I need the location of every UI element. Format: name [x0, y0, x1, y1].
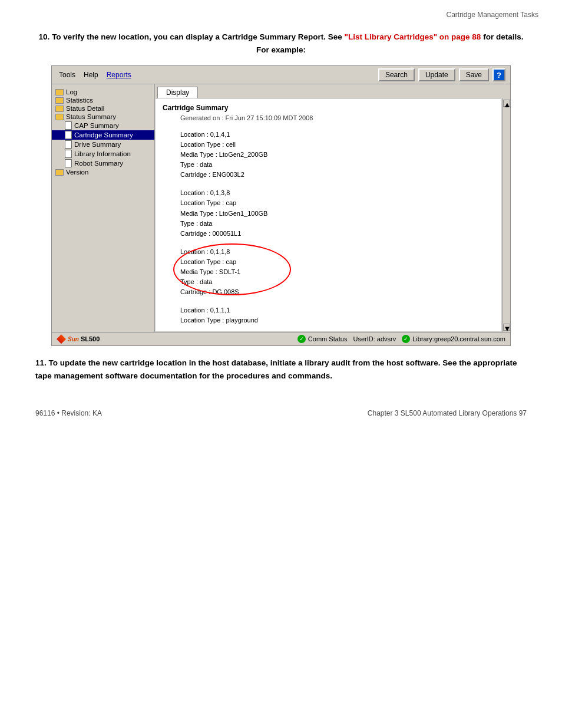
sun-diamond-icon — [57, 334, 66, 344]
folder-icon — [55, 106, 64, 112]
tab-bar: Display — [155, 84, 510, 98]
update-button[interactable]: Update — [418, 68, 455, 81]
sidebar-item-robot-summary[interactable]: Robot Summary — [52, 159, 154, 168]
scroll-down[interactable]: ▼ — [503, 324, 510, 331]
doc-icon — [65, 159, 72, 167]
cartridge-entry-3: Location : 0,1,1,8 Location Type : cap M… — [180, 247, 494, 297]
doc-icon — [65, 131, 72, 139]
intro-paragraph: 10. To verify the new location, you can … — [35, 31, 527, 56]
app-window: Tools Help Reports Search Update Save ? … — [51, 65, 511, 346]
sidebar-item-cartridge-summary[interactable]: Cartridge Summary — [52, 130, 154, 140]
user-id: UserID: advsrv — [353, 335, 396, 342]
doc-icon — [65, 140, 72, 149]
sidebar-item-library-info[interactable]: Library Information — [52, 149, 154, 159]
library-info: ✓ Library:greep20.central.sun.com — [402, 335, 505, 343]
comm-status-icon: ✓ — [297, 335, 306, 343]
status-bar: Sun SL500 ✓ Comm Status UserID: advsrv ✓… — [52, 332, 510, 345]
page-footer: 96116 • Revision: KA Chapter 3 SL500 Aut… — [0, 409, 562, 417]
folder-icon — [55, 97, 64, 104]
content-area: Cartridge Summary Generated on : Fri Jun… — [155, 98, 502, 332]
page-header: Cartridge Management Tasks — [0, 0, 562, 25]
scrollbar[interactable]: ▲ ▼ — [502, 98, 510, 332]
help-button[interactable]: ? — [492, 68, 505, 81]
menu-help[interactable]: Help — [81, 70, 101, 80]
step-11-text: 11. To update the new cartridge location… — [35, 357, 527, 382]
content-title: Cartridge Summary — [163, 104, 494, 112]
generated-line: Generated on : Fri Jun 27 15:10:09 MDT 2… — [180, 114, 494, 121]
toolbar: Tools Help Reports Search Update Save ? — [52, 66, 510, 84]
sidebar-item-cap-summary[interactable]: CAP Summary — [52, 121, 154, 130]
sidebar-item-statistics[interactable]: Statistics — [52, 96, 154, 104]
sidebar-item-status-detail[interactable]: Status Detail — [52, 104, 154, 113]
doc-icon — [65, 121, 72, 130]
library-icon: ✓ — [402, 335, 410, 343]
doc-icon — [65, 150, 72, 158]
sidebar-item-drive-summary[interactable]: Drive Summary — [52, 140, 154, 149]
menu-reports[interactable]: Reports — [104, 70, 134, 80]
sidebar-item-log[interactable]: Log — [52, 88, 154, 96]
cartridge-entry-4: Location : 0,1,1,1 Location Type : playg… — [180, 305, 494, 325]
cartridge-entry-1: Location : 0,1,4,1 Location Type : cell … — [180, 130, 494, 180]
folder-icon — [55, 114, 64, 120]
footer-right: Chapter 3 SL500 Automated Library Operat… — [368, 409, 527, 417]
app-body: Log Statistics Status Detail Status Summ… — [52, 84, 510, 332]
cartridge-entry-2: Location : 0,1,3,8 Location Type : cap M… — [180, 188, 494, 238]
sidebar-item-status-summary[interactable]: Status Summary — [52, 113, 154, 121]
folder-icon — [55, 89, 64, 95]
folder-icon — [55, 169, 64, 176]
sidebar: Log Statistics Status Detail Status Summ… — [52, 84, 155, 332]
sidebar-item-version[interactable]: Version — [52, 168, 154, 176]
comm-status: ✓ Comm Status — [297, 335, 348, 343]
menu-tools[interactable]: Tools — [57, 70, 78, 80]
list-cartridges-link[interactable]: "List Library Cartridges" on page 88 — [345, 32, 481, 41]
scroll-up[interactable]: ▲ — [503, 100, 510, 107]
tab-display[interactable]: Display — [157, 87, 198, 98]
save-button[interactable]: Save — [459, 68, 489, 81]
main-panel: Display Cartridge Summary Generated on :… — [155, 84, 510, 332]
sun-logo: Sun SL500 — [57, 334, 100, 344]
sun-text: Sun — [68, 336, 79, 342]
footer-left: 96116 • Revision: KA — [35, 409, 102, 417]
search-button[interactable]: Search — [378, 68, 415, 81]
